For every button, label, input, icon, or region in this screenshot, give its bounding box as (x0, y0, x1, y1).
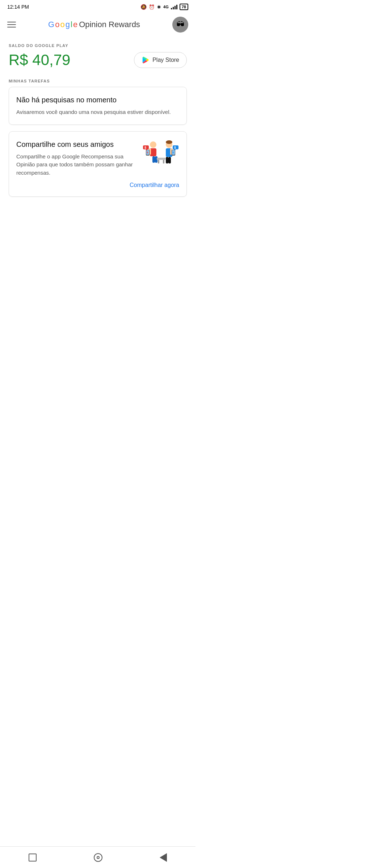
google-letter-g: G (48, 20, 54, 29)
network-label: 4G (163, 5, 169, 9)
play-store-icon (142, 56, 150, 64)
balance-amount: R$ 40,79 (9, 51, 70, 69)
app-title: Google Opinion Rewards (48, 20, 140, 29)
main-content: SALDO DO GOOGLE PLAY R$ 40,79 (0, 37, 196, 212)
play-store-button[interactable]: Play Store (134, 52, 187, 68)
no-surveys-body: Avisaremos você quando uma nova pesquisa… (16, 108, 179, 116)
google-letter-o1: o (55, 20, 59, 29)
svg-point-12 (166, 140, 172, 144)
svg-text:$: $ (144, 146, 146, 149)
bluetooth-icon: ∗ (157, 4, 161, 10)
svg-point-0 (150, 141, 156, 148)
menu-button[interactable] (7, 22, 16, 27)
google-letter-o2: o (60, 20, 64, 29)
app-title-rest: Opinion Rewards (79, 20, 140, 29)
share-card: Compartilhe com seus amigos Compartilhe … (9, 131, 187, 197)
status-bar: 12:14 PM 🔕 ⏰ ∗ 4G 78 (0, 0, 196, 12)
share-card-body: Compartilhe o app Google Recompensa sua … (16, 153, 139, 177)
tasks-section: MINHAS TAREFAS Não há pesquisas no momen… (9, 79, 187, 197)
status-time: 12:14 PM (7, 4, 29, 10)
share-card-text: Compartilhe com seus amigos Compartilhe … (16, 140, 139, 177)
svg-rect-3 (152, 156, 155, 163)
top-bar: Google Opinion Rewards 🕶 (0, 12, 196, 37)
svg-text:$: $ (174, 146, 176, 149)
share-card-title: Compartilhe com seus amigos (16, 140, 139, 149)
alarm-icon: ⏰ (149, 4, 155, 10)
google-letter-e: e (73, 20, 77, 29)
balance-section-label: SALDO DO GOOGLE PLAY (9, 43, 187, 48)
svg-text:$: $ (147, 151, 148, 154)
svg-rect-16 (168, 157, 171, 163)
share-card-inner: Compartilhe com seus amigos Compartilhe … (16, 140, 179, 177)
no-surveys-card: Não há pesquisas no momento Avisaremos v… (9, 87, 187, 125)
balance-row: R$ 40,79 (9, 51, 187, 69)
svg-rect-15 (166, 157, 168, 163)
mute-icon: 🔕 (140, 4, 147, 10)
share-now-link[interactable]: Compartilhar agora (16, 182, 179, 188)
svg-rect-24 (158, 160, 159, 163)
svg-rect-23 (157, 158, 165, 160)
svg-rect-25 (163, 160, 164, 163)
svg-text:$: $ (172, 151, 174, 154)
google-letter-l: l (71, 20, 72, 29)
status-icons: 🔕 ⏰ ∗ 4G 78 (140, 4, 188, 10)
avatar[interactable]: 🕶 (172, 17, 188, 33)
play-store-label: Play Store (152, 57, 179, 63)
no-surveys-title: Não há pesquisas no momento (16, 95, 179, 105)
google-letter-g2: g (66, 20, 70, 29)
share-illustration: $ $ (143, 138, 179, 172)
battery-indicator: 78 (180, 4, 188, 10)
tasks-section-label: MINHAS TAREFAS (9, 79, 187, 83)
signal-bars (171, 4, 177, 9)
